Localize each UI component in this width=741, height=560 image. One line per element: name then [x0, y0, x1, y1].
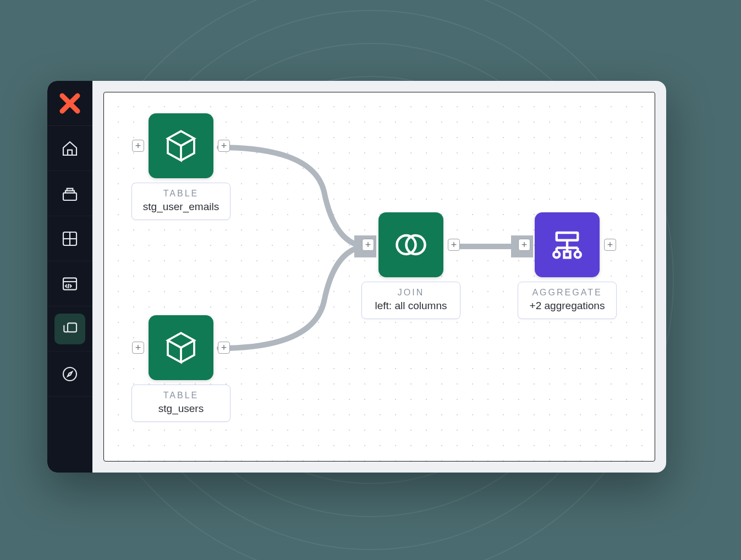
node-card[interactable]: TABLE stg_users — [131, 385, 230, 422]
app-logo — [47, 81, 92, 126]
svg-rect-10 — [63, 278, 76, 289]
node-stg-user-emails: + + TABLE stg_user_emails — [131, 113, 230, 220]
node-tile-join[interactable] — [378, 212, 443, 277]
node-type-label: JOIN — [372, 288, 450, 298]
node-name: left: all columns — [372, 300, 450, 312]
node-tile-aggregate[interactable] — [535, 212, 600, 277]
svg-rect-24 — [564, 251, 570, 257]
port-out[interactable]: + — [218, 342, 230, 354]
code-panel-icon — [61, 275, 79, 293]
node-stg-users: + + TABLE stg_users — [131, 315, 230, 422]
svg-point-23 — [553, 251, 559, 257]
port-out[interactable]: + — [604, 239, 616, 251]
stack-icon — [61, 185, 79, 202]
svg-point-14 — [63, 367, 76, 381]
node-card[interactable]: AGGREGATE +2 aggregations — [518, 282, 617, 319]
nav-home[interactable] — [47, 126, 92, 171]
compass-icon — [61, 365, 79, 383]
node-join: + + JOIN left: all columns — [361, 212, 460, 319]
node-type-label: TABLE — [142, 189, 220, 199]
svg-line-12 — [68, 284, 69, 288]
node-aggregate: + + — [518, 212, 617, 319]
nav-stack[interactable] — [47, 171, 92, 216]
svg-rect-13 — [68, 323, 76, 332]
port-in[interactable]: + — [132, 342, 144, 354]
grid-icon — [61, 230, 79, 248]
node-type-label: TABLE — [142, 391, 220, 400]
port-in[interactable]: + — [362, 239, 374, 251]
port-in[interactable]: + — [132, 140, 144, 152]
port-out[interactable]: + — [448, 239, 460, 251]
logo-icon — [59, 92, 81, 114]
node-name: +2 aggregations — [528, 300, 606, 312]
canvas-frame[interactable]: + + TABLE stg_user_emails — [103, 92, 655, 462]
node-name: stg_user_emails — [142, 201, 220, 213]
home-icon — [61, 140, 79, 157]
canvas-area: + + TABLE stg_user_emails — [92, 81, 666, 473]
svg-rect-17 — [557, 233, 578, 240]
copy-icon — [61, 320, 79, 338]
node-card[interactable]: TABLE stg_user_emails — [131, 183, 230, 220]
port-out[interactable]: + — [218, 140, 230, 152]
nav-code[interactable] — [47, 261, 92, 306]
node-tile-table[interactable] — [149, 113, 213, 178]
node-name: stg_users — [142, 403, 220, 415]
nav-grid[interactable] — [47, 216, 92, 261]
app-window: + + TABLE stg_user_emails — [47, 81, 666, 473]
cube-icon — [163, 128, 199, 163]
cube-icon — [163, 330, 199, 365]
svg-point-25 — [575, 251, 581, 257]
nav-workflow[interactable] — [47, 306, 92, 352]
node-tile-table[interactable] — [149, 315, 213, 380]
venn-icon — [392, 226, 430, 263]
node-type-label: AGGREGATE — [528, 288, 606, 298]
sidebar — [47, 81, 92, 473]
svg-rect-6 — [63, 193, 76, 200]
aggregate-icon — [549, 227, 585, 263]
port-in[interactable]: + — [518, 239, 530, 251]
node-card[interactable]: JOIN left: all columns — [361, 282, 460, 319]
nav-compass[interactable] — [47, 352, 92, 397]
